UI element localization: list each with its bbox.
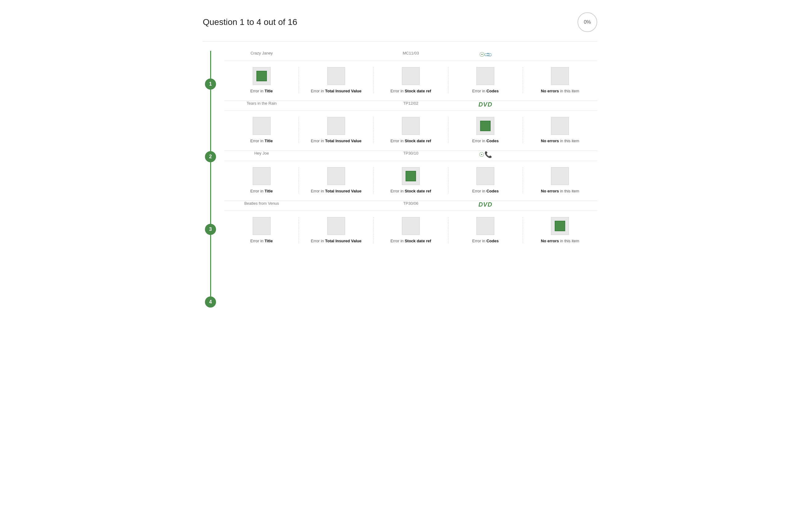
timeline-line-after — [210, 90, 211, 127]
no-error-label: No errors in this item — [541, 189, 579, 193]
col-header-3: DVD — [448, 101, 523, 108]
question-cell-1: Error in Total Insured Value — [299, 67, 374, 93]
error-label: Error in Stock date ref — [390, 138, 431, 143]
question-cell-2: Error in Stock date ref — [374, 67, 448, 93]
row-header: Crazy JaneyMC11/03☉📎 — [224, 51, 597, 58]
col-header-4 — [523, 151, 597, 158]
question-cell-4: No errors in this item — [523, 167, 597, 193]
row-header: Hey JoeTP30/10☉📞 — [224, 151, 597, 158]
error-label: Error in Total Insured Value — [311, 189, 362, 193]
timeline-node-wrap-2: 2 — [205, 127, 216, 199]
error-label: Error in Title — [250, 189, 273, 193]
thumbnail[interactable] — [327, 217, 345, 235]
col-header-1 — [299, 201, 374, 208]
timeline-line-before — [210, 51, 211, 78]
col-header-3: ☉📞 — [448, 151, 523, 158]
timeline-node-4[interactable]: 4 — [205, 297, 216, 307]
question-cell-4: No errors in this item — [523, 67, 597, 93]
question-cell-2: Error in Stock date ref — [374, 167, 448, 193]
thumbnail[interactable] — [402, 217, 420, 235]
no-error-label: No errors in this item — [541, 89, 579, 93]
timeline-node-1[interactable]: 1 — [205, 78, 216, 90]
question-cell-2: Error in Stock date ref — [374, 217, 448, 243]
thumbnail[interactable] — [327, 167, 345, 185]
thumbnail[interactable] — [253, 67, 271, 85]
question-cell-0: Error in Title — [224, 117, 299, 143]
timeline-line-after — [210, 162, 211, 199]
question-block-2: Tears in the RainTP12/02DVD Error in Tit… — [224, 101, 597, 151]
error-label: Error in Codes — [472, 138, 498, 143]
thumbnail[interactable] — [551, 117, 569, 135]
row-header: Tears in the RainTP12/02DVD — [224, 101, 597, 108]
col-header-0: Hey Joe — [224, 151, 299, 158]
col-header-0: Crazy Janey — [224, 51, 299, 58]
error-label: Error in Codes — [472, 189, 498, 193]
col-header-3: ☉📎 — [448, 51, 523, 58]
row-header: Beatles from VenusTP30/06DVD — [224, 201, 597, 208]
page-header: Question 1 to 4 out of 16 0% — [203, 12, 597, 32]
thumbnail[interactable] — [327, 67, 345, 85]
question-cell-4: No errors in this item — [523, 117, 597, 143]
no-error-label: No errors in this item — [541, 138, 579, 143]
col-header-4 — [523, 201, 597, 208]
question-cell-1: Error in Total Insured Value — [299, 217, 374, 243]
timeline-line-before — [210, 272, 211, 297]
question-cell-3: Error in Codes — [448, 217, 523, 243]
timeline-node-2[interactable]: 2 — [205, 151, 216, 162]
thumbnail[interactable] — [476, 117, 494, 135]
timeline-node-wrap-4: 4 — [205, 272, 216, 307]
thumbnail[interactable] — [402, 67, 420, 85]
thumbnail[interactable] — [402, 167, 420, 185]
error-label: Error in Codes — [472, 239, 498, 243]
thumbnail[interactable] — [402, 117, 420, 135]
thumbnail[interactable] — [551, 167, 569, 185]
thumbnail[interactable] — [253, 217, 271, 235]
question-cell-0: Error in Title — [224, 67, 299, 93]
error-label: Error in Stock date ref — [390, 239, 431, 243]
col-header-3: DVD — [448, 201, 523, 208]
no-error-label: No errors in this item — [541, 239, 579, 243]
question-cell-1: Error in Total Insured Value — [299, 167, 374, 193]
progress-indicator: 0% — [578, 12, 597, 32]
thumbnail[interactable] — [476, 167, 494, 185]
question-block-3: Hey JoeTP30/10☉📞 Error in Title Error in… — [224, 151, 597, 201]
error-label: Error in Stock date ref — [390, 89, 431, 93]
error-label: Error in Title — [250, 239, 273, 243]
page-title: Question 1 to 4 out of 16 — [203, 17, 297, 27]
question-cell-1: Error in Total Insured Value — [299, 117, 374, 143]
questions-area: Crazy JaneyMC11/03☉📎 Error in Title Erro… — [224, 51, 597, 307]
col-header-1 — [299, 151, 374, 158]
thumbnail[interactable] — [551, 217, 569, 235]
timeline-line-before — [210, 199, 211, 224]
question-cell-3: Error in Codes — [448, 117, 523, 143]
question-block-1: Crazy JaneyMC11/03☉📎 Error in Title Erro… — [224, 51, 597, 101]
main-content: 1 2 3 4 Crazy JaneyMC11/03☉📎 — [203, 51, 597, 307]
col-header-1 — [299, 51, 374, 58]
error-label: Error in Total Insured Value — [311, 138, 362, 143]
timeline-node-wrap-1: 1 — [205, 51, 216, 127]
error-label: Error in Total Insured Value — [311, 89, 362, 93]
col-header-0: Tears in the Rain — [224, 101, 299, 108]
thumbnail[interactable] — [476, 67, 494, 85]
timeline-node-wrap-3: 3 — [205, 199, 216, 272]
col-header-4 — [523, 101, 597, 108]
thumbnail[interactable] — [253, 167, 271, 185]
question-block-4: Beatles from VenusTP30/06DVD Error in Ti… — [224, 201, 597, 251]
thumbnail[interactable] — [327, 117, 345, 135]
error-label: Error in Title — [250, 89, 273, 93]
thumbnail[interactable] — [551, 67, 569, 85]
thumbnail[interactable] — [476, 217, 494, 235]
error-label: Error in Stock date ref — [390, 189, 431, 193]
question-cell-0: Error in Title — [224, 217, 299, 243]
col-header-4 — [523, 51, 597, 58]
col-header-2: TP30/10 — [374, 151, 448, 158]
col-header-0: Beatles from Venus — [224, 201, 299, 208]
question-cell-2: Error in Stock date ref — [374, 117, 448, 143]
col-header-2: TP12/02 — [374, 101, 448, 108]
timeline-line-before — [210, 127, 211, 151]
thumbnail[interactable] — [253, 117, 271, 135]
question-cell-4: No errors in this item — [523, 217, 597, 243]
timeline-node-3[interactable]: 3 — [205, 224, 216, 235]
timeline: 1 2 3 4 — [203, 51, 218, 307]
error-label: Error in Codes — [472, 89, 498, 93]
